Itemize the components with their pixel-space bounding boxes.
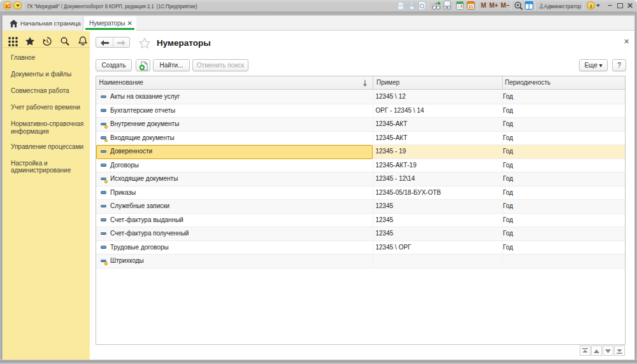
- svg-text:31: 31: [468, 4, 473, 9]
